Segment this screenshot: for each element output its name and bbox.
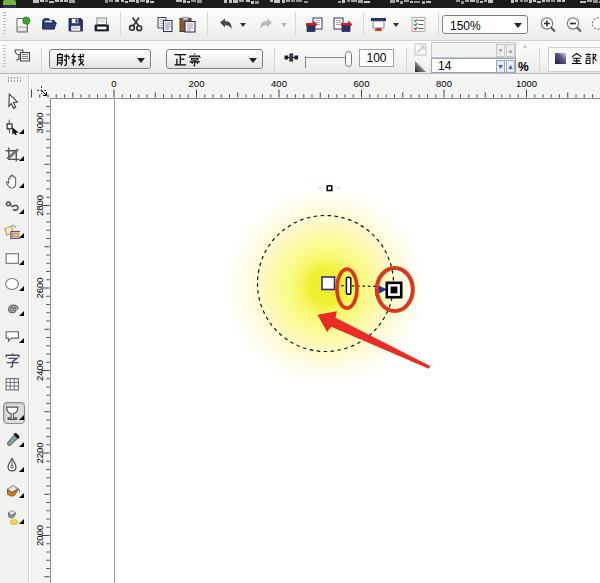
svg-text:2400: 2400 — [34, 360, 45, 381]
svg-text:400: 400 — [271, 78, 287, 89]
svg-text:600: 600 — [354, 78, 370, 89]
svg-text:2200: 2200 — [34, 442, 45, 463]
svg-text:1000: 1000 — [516, 78, 537, 89]
svg-text:0: 0 — [111, 78, 116, 89]
svg-text:2800: 2800 — [34, 195, 45, 216]
svg-text:200: 200 — [189, 78, 205, 89]
svg-text:2000: 2000 — [34, 525, 45, 546]
svg-text:3000: 3000 — [34, 112, 45, 133]
svg-text:2600: 2600 — [34, 277, 45, 298]
svg-text:800: 800 — [436, 78, 452, 89]
